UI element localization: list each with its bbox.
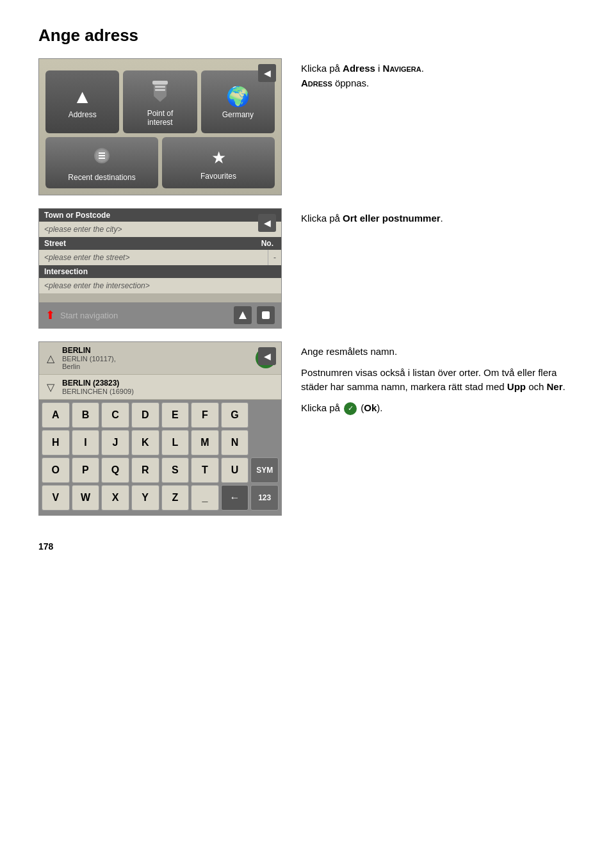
section-berlin: ◀ △ BERLIN BERLIN (10117),Berlin ✓ ▽ BER… <box>38 341 573 516</box>
key-n[interactable]: N <box>221 430 249 455</box>
key-p[interactable]: P <box>72 457 100 483</box>
berlin-sub-2: BERLINCHEN (16909) <box>62 388 276 395</box>
key-s[interactable]: S <box>161 457 190 483</box>
section-navigate: ◀ ▲ Address <box>38 58 573 195</box>
key-h[interactable]: H <box>42 430 70 455</box>
key-b[interactable]: B <box>72 402 100 428</box>
key-q[interactable]: Q <box>101 457 129 483</box>
nav-item-recent[interactable]: Recent destinations <box>45 137 158 188</box>
key-123[interactable]: 123 <box>250 485 279 511</box>
key-c[interactable]: C <box>101 402 129 428</box>
adress-label: Adress <box>301 78 332 88</box>
nav-item-address-label: Address <box>69 110 97 119</box>
berlin-back-btn[interactable]: ◀ <box>258 347 276 365</box>
berlin-screenshot: ◀ △ BERLIN BERLIN (10117),Berlin ✓ ▽ BER… <box>38 341 282 516</box>
key-l[interactable]: L <box>161 430 190 455</box>
berlin-text-1: BERLIN BERLIN (10117),Berlin <box>62 346 250 370</box>
key-m[interactable]: M <box>191 430 219 455</box>
key-k[interactable]: K <box>131 430 159 455</box>
berlin-row-2[interactable]: ▽ BERLIN (23823) BERLINCHEN (16909) <box>39 375 281 400</box>
addr-nav-btn1[interactable] <box>234 306 252 324</box>
key-i[interactable]: I <box>72 430 100 455</box>
kb-row-4: V W X Y Z _ ← 123 <box>42 485 279 511</box>
town-input[interactable]: <please enter the city> <box>39 222 281 237</box>
key-t[interactable]: T <box>191 457 219 483</box>
intersection-label: Intersection <box>39 265 281 278</box>
kb-row-1: A B C D E F G <box>42 402 279 428</box>
key-g[interactable]: G <box>221 402 249 428</box>
key-u[interactable]: U <box>221 457 249 483</box>
addr-fields: Town or Postcode <please enter the city>… <box>39 209 281 328</box>
key-empty-2 <box>250 430 279 455</box>
svg-rect-2 <box>155 86 165 88</box>
key-backspace[interactable]: ← <box>221 485 249 511</box>
nav-item-germany-label: Germany <box>222 110 254 119</box>
street-input[interactable]: <please enter the street> <box>39 250 268 265</box>
address-form-screenshot: ◀ Town or Postcode <please enter the cit… <box>38 208 282 329</box>
up-arrow: △ <box>44 352 57 364</box>
key-underscore[interactable]: _ <box>191 485 219 511</box>
berlin-row-1[interactable]: △ BERLIN BERLIN (10117),Berlin ✓ <box>39 342 281 375</box>
svg-rect-0 <box>152 81 168 85</box>
town-label: Town or Postcode <box>39 209 281 222</box>
key-sym[interactable]: SYM <box>250 457 279 483</box>
key-r[interactable]: R <box>131 457 159 483</box>
nav-item-poi[interactable]: Point ofinterest <box>123 70 197 133</box>
berlin-list: △ BERLIN BERLIN (10117),Berlin ✓ ▽ BERLI… <box>39 342 281 400</box>
no-label: No. <box>254 237 281 250</box>
kb-row-3: O P Q R S T U SYM <box>42 457 279 483</box>
nav-item-poi-label: Point ofinterest <box>147 109 174 127</box>
upp-bold: Upp <box>507 381 526 392</box>
kb-row-2: H I J K L M N <box>42 430 279 455</box>
germany-icon: 🌍 <box>226 87 250 106</box>
street-input-row: <please enter the street> - <box>39 250 281 265</box>
no-input[interactable]: - <box>268 250 281 265</box>
ok-bold: Ok <box>364 402 377 413</box>
adress-bold: Adress <box>343 63 375 74</box>
nav-item-address[interactable]: ▲ Address <box>45 70 119 133</box>
nav-item-recent-label: Recent destinations <box>68 173 135 182</box>
ner-bold: Ner <box>547 381 563 392</box>
favourites-icon: ★ <box>211 148 226 168</box>
berlin-description: Ange resmålets namn. Postnumren visas oc… <box>301 341 573 415</box>
svg-rect-11 <box>262 311 270 319</box>
nav-item-favourites[interactable]: ★ Favourites <box>162 137 275 188</box>
nav-item-favourites-label: Favourites <box>200 172 236 181</box>
addr-back-btn[interactable]: ◀ <box>258 214 276 232</box>
address-icon: ▲ <box>73 87 92 106</box>
street-label: Street <box>39 237 254 250</box>
svg-marker-10 <box>239 311 247 319</box>
street-no-row: Street No. <box>39 237 281 250</box>
ok-icon: ✓ <box>344 402 357 415</box>
page-number: 178 <box>38 541 573 552</box>
start-nav-text: Start navigation <box>60 311 229 320</box>
berlin-main-2: BERLIN (23823) <box>62 379 276 388</box>
addr-nav-btn2[interactable] <box>257 306 275 324</box>
back-arrow-btn[interactable]: ◀ <box>258 64 276 82</box>
down-arrow: ▽ <box>44 381 57 393</box>
intersection-input[interactable]: <please enter the intersection> <box>39 278 281 293</box>
nav-row2: Recent destinations ★ Favourites <box>45 137 275 188</box>
navigate-screenshot: ◀ ▲ Address <box>38 58 282 195</box>
nav-screen: ▲ Address Point <box>39 59 281 195</box>
key-a[interactable]: A <box>42 402 70 428</box>
recent-icon <box>93 147 111 169</box>
berlin-sub-1: BERLIN (10117),Berlin <box>62 355 250 370</box>
page-title: Ange adress <box>38 26 573 45</box>
key-f[interactable]: F <box>191 402 219 428</box>
berlin-main-1: BERLIN <box>62 346 250 355</box>
key-o[interactable]: O <box>42 457 70 483</box>
svg-marker-4 <box>154 96 167 102</box>
key-d[interactable]: D <box>131 402 159 428</box>
berlin-text-2: BERLIN (23823) BERLINCHEN (16909) <box>62 379 276 395</box>
key-v[interactable]: V <box>42 485 70 511</box>
key-j[interactable]: J <box>101 430 129 455</box>
address-form-description: Klicka på Ort eller postnummer. <box>301 208 573 226</box>
key-w[interactable]: W <box>72 485 100 511</box>
key-empty-1 <box>250 402 279 428</box>
key-e[interactable]: E <box>161 402 190 428</box>
key-x[interactable]: X <box>101 485 129 511</box>
key-y[interactable]: Y <box>131 485 159 511</box>
svg-rect-3 <box>155 89 165 91</box>
key-z[interactable]: Z <box>161 485 190 511</box>
